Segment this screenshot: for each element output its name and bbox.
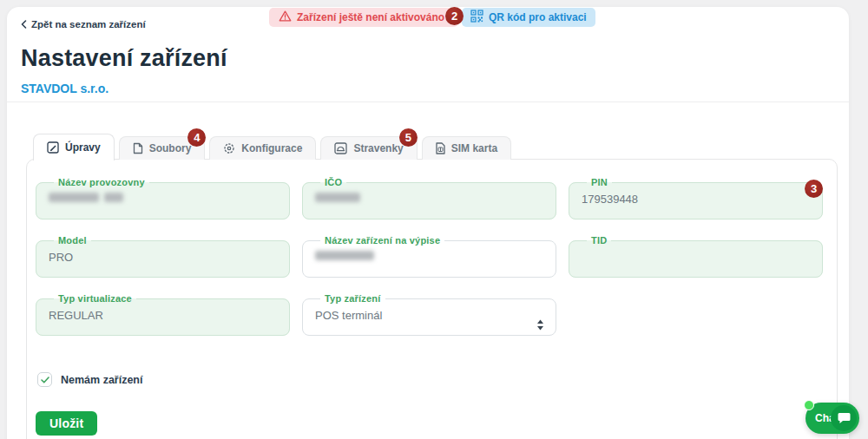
tab-label: Stravenky: [353, 142, 403, 154]
field-value: 179539448: [582, 193, 812, 206]
tab-label: Soubory: [149, 142, 192, 154]
tab-bar: Úpravy Soubory 4 Konfigurace Stravenky 5: [33, 134, 511, 160]
grid-spacer: [569, 294, 823, 336]
field-pin: PIN 179539448 3: [569, 178, 823, 220]
field-value-redacted: [315, 193, 545, 202]
tab-soubory[interactable]: Soubory 4: [119, 136, 206, 160]
file-icon: [133, 142, 143, 154]
tab-label: Konfigurace: [241, 142, 302, 154]
field-typ-zarizeni-select[interactable]: Typ zařízení POS terminál: [302, 294, 556, 336]
field-label: Typ virtualizace: [54, 294, 136, 304]
field-typ-virtualizace: Typ virtualizace REGULAR: [36, 294, 290, 336]
annotation-badge-4: 4: [187, 128, 206, 147]
field-nazev-zarizeni-na-vypise[interactable]: Název zařízení na výpise: [302, 236, 556, 278]
settings-card: Zpět na seznam zařízení Zařízení ještě n…: [7, 7, 849, 439]
no-device-checkbox-row[interactable]: Nemám zařízení: [37, 372, 142, 387]
chevron-left-icon: [21, 20, 27, 29]
online-status-dot: [804, 400, 814, 410]
warning-triangle-icon: [279, 10, 292, 24]
qr-activation-link[interactable]: QR kód pro aktivaci: [462, 8, 595, 27]
tab-sim-karta[interactable]: SIM karta: [422, 136, 511, 160]
annotation-badge-5: 5: [399, 128, 418, 147]
field-label: Model: [54, 236, 91, 246]
not-activated-warning-banner: Zařízení ještě není aktivováno: [269, 8, 458, 27]
field-label: Typ zařízení: [320, 294, 385, 304]
checkbox-checked-icon[interactable]: [37, 372, 52, 387]
field-label: TID: [587, 236, 611, 246]
header-divider: [7, 102, 849, 102]
field-value-redacted: [315, 251, 545, 260]
field-value-redacted: [49, 193, 279, 202]
field-value: PRO: [49, 251, 279, 264]
annotation-badge-3: 3: [805, 180, 823, 198]
chat-bubble-icon: [831, 405, 857, 431]
field-label: Název provozovny: [54, 178, 149, 187]
select-updown-icon: [536, 318, 544, 334]
field-label: IČO: [320, 178, 346, 187]
company-link[interactable]: STAVDOL s.r.o.: [21, 82, 108, 95]
chat-widget-button[interactable]: Chat: [806, 403, 859, 434]
field-nazev-provozovny: Název provozovny: [36, 178, 290, 220]
tab-konfigurace[interactable]: Konfigurace: [209, 136, 316, 160]
tab-upravy[interactable]: Úpravy: [33, 134, 115, 161]
qr-code-icon: [470, 10, 483, 25]
annotation-badge-2: 2: [445, 7, 464, 25]
gear-icon: [223, 142, 235, 154]
tab-label: SIM karta: [451, 142, 497, 154]
tab-label: Úpravy: [65, 141, 101, 154]
dish-icon: [334, 142, 347, 154]
tab-stravenky[interactable]: Stravenky 5: [320, 136, 417, 160]
field-value: REGULAR: [49, 309, 279, 322]
edit-icon: [47, 141, 59, 154]
select-selected-value: POS terminál: [315, 309, 545, 322]
warning-text: Zařízení ještě není aktivováno: [297, 11, 444, 23]
field-ico: IČO: [302, 178, 556, 220]
field-label: PIN: [587, 178, 612, 187]
field-label: Název zařízení na výpise: [320, 236, 444, 246]
field-model: Model PRO: [36, 236, 290, 278]
page-title: Nastavení zařízení: [21, 45, 227, 72]
checkbox-label: Nemám zařízení: [61, 374, 142, 386]
back-link-label: Zpět na seznam zařízení: [31, 19, 146, 29]
field-tid: TID: [569, 236, 823, 278]
save-button[interactable]: Uložit: [36, 411, 97, 436]
tab-content-panel: Název provozovny IČO PIN 179539448 3 Mod…: [26, 159, 838, 439]
back-to-device-list-link[interactable]: Zpět na seznam zařízení: [21, 19, 146, 29]
device-form: Název provozovny IČO PIN 179539448 3 Mod…: [27, 160, 837, 336]
qr-link-label: QR kód pro aktivaci: [489, 11, 587, 23]
sim-card-icon: [436, 142, 445, 154]
